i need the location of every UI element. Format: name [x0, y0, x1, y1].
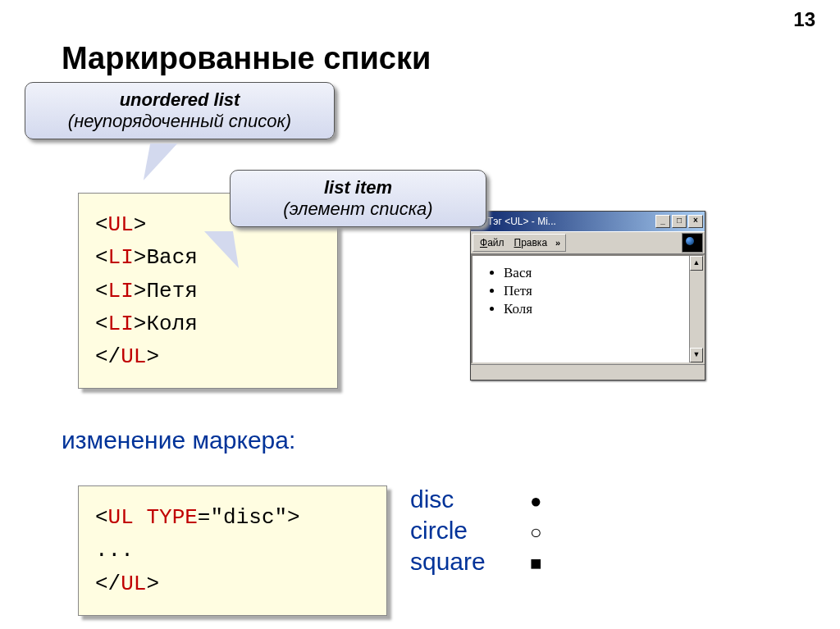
square-icon: ■	[519, 552, 552, 575]
close-button[interactable]: ×	[688, 215, 703, 228]
callout1-line2: (неупорядоченный список)	[40, 111, 319, 132]
throbber-icon	[682, 233, 703, 253]
marker-name: square	[410, 548, 513, 576]
marker-row: square ■	[410, 548, 552, 579]
page-number: 13	[793, 8, 815, 31]
marker-row: circle ○	[410, 517, 552, 548]
marker-name: disc	[410, 485, 513, 513]
scroll-down-button[interactable]: ▼	[690, 348, 703, 362]
menu-edit[interactable]: Правка	[509, 236, 553, 249]
titlebar: Тэг <UL> - Mi... _ □ ×	[471, 212, 705, 231]
callout1-line1: unordered list	[40, 89, 319, 111]
marker-name: circle	[410, 517, 513, 545]
code-block-type: <UL TYPE="disc"> ... </UL>	[78, 485, 387, 616]
rendered-list: Вася Петя Коля	[479, 264, 703, 318]
marker-row: disc ●	[410, 485, 552, 517]
list-item: Вася	[504, 264, 703, 282]
callout-tail	[137, 144, 177, 180]
list-item: Петя	[504, 282, 703, 300]
callout-unordered-list: unordered list (неупорядоченный список)	[25, 82, 335, 139]
circle-icon: ○	[519, 521, 552, 544]
statusbar	[471, 364, 705, 380]
list-item: Коля	[504, 300, 703, 318]
callout2-line2: (элемент списка)	[245, 198, 471, 220]
scrollbar[interactable]: ▲ ▼	[689, 256, 703, 362]
chevron-icon[interactable]: »	[552, 238, 564, 248]
callout2-line1: list item	[245, 177, 471, 198]
marker-types: disc ● circle ○ square ■	[410, 485, 552, 579]
callout-list-item: list item (элемент списка)	[230, 170, 486, 227]
browser-window: Тэг <UL> - Mi... _ □ × Файл Правка » Вас…	[470, 211, 705, 381]
menubar: Файл Правка »	[471, 231, 705, 254]
menu-file[interactable]: Файл	[475, 236, 509, 249]
scroll-up-button[interactable]: ▲	[690, 256, 703, 271]
disc-icon: ●	[519, 490, 552, 513]
subtitle: изменение маркера:	[62, 426, 295, 454]
browser-content: Вася Петя Коля ▲ ▼	[471, 254, 705, 364]
menu-group: Файл Правка »	[472, 234, 566, 252]
maximize-button[interactable]: □	[672, 215, 687, 228]
slide-title: Маркированные списки	[62, 41, 431, 76]
minimize-button[interactable]: _	[655, 215, 670, 228]
window-title: Тэг <UL> - Mi...	[487, 216, 654, 227]
